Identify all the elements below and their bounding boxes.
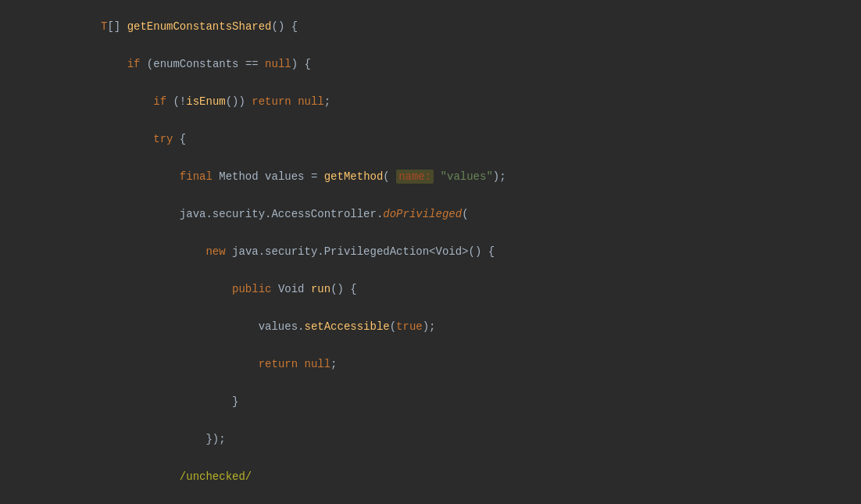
token (74, 358, 258, 370)
token: values (265, 170, 304, 183)
token: ); (493, 170, 506, 183)
token: ); (423, 320, 436, 333)
token (434, 170, 440, 183)
line-content-6: java.security.AccessController.doPrivile… (31, 195, 853, 233)
token: isEnum (186, 95, 225, 108)
line-content-11: } (31, 383, 853, 420)
token (74, 245, 205, 258)
code-editor: T[] getEnumConstantsShared() { if (enumC… (0, 0, 861, 504)
line-content-2: if (enumConstants == null) { (31, 45, 853, 83)
token: ( (140, 58, 153, 70)
token: getEnumConstantsShared (127, 20, 272, 33)
code-line-5: final Method values = getMethod( name: "… (0, 158, 861, 195)
token: [] (107, 20, 127, 33)
token: null (298, 95, 324, 108)
line-content-1: T[] getEnumConstantsShared() { (31, 8, 853, 45)
token (74, 470, 179, 483)
token: Method (213, 170, 265, 183)
token: try (153, 133, 173, 145)
token: name: (398, 170, 431, 183)
token: ( (390, 320, 396, 333)
token: = (305, 170, 324, 183)
line-content-9: values.setAccessible(true); (31, 308, 853, 345)
code-line-9: values.setAccessible(true); (0, 308, 861, 345)
token: ( (383, 170, 396, 183)
code-line-13: /unchecked/ (0, 458, 861, 495)
token: ()) (226, 95, 252, 108)
token (74, 95, 153, 108)
token: null (305, 358, 331, 370)
token: java.security.PrivilegedAction<Void>() { (226, 245, 495, 258)
code-line-3: if (!isEnum()) return null; (0, 83, 861, 120)
token: return (252, 95, 291, 108)
token: if (153, 95, 166, 108)
code-line-1: T[] getEnumConstantsShared() { (0, 8, 861, 45)
token (74, 20, 101, 33)
token: == (238, 58, 265, 70)
line-content-7: new java.security.PrivilegedAction<Void>… (31, 233, 853, 270)
token: { (173, 133, 186, 145)
line-content-4: try { (31, 120, 853, 158)
code-line-6: java.security.AccessController.doPrivile… (0, 195, 861, 233)
line-content-12: }); (31, 420, 853, 458)
token: null (265, 58, 291, 70)
token: }); (74, 433, 225, 445)
code-line-7: new java.security.PrivilegedAction<Void>… (0, 233, 861, 270)
token: getMethod (324, 170, 384, 183)
token: new (205, 245, 225, 258)
token: ( (462, 208, 468, 220)
token: ) { (291, 58, 311, 70)
token: run (311, 283, 330, 295)
token (74, 170, 179, 183)
line-content-13: /unchecked/ (31, 458, 853, 495)
token: () { (330, 283, 357, 295)
token: if (127, 58, 141, 70)
line-content-14: T[] temporaryConstants = (T[])values.inv… (31, 495, 853, 504)
token: enumConstants (153, 58, 238, 70)
code-line-4: try { (0, 120, 861, 158)
line-content-10: return null; (31, 345, 853, 383)
token: return (259, 358, 298, 370)
code-line-8: public Void run() { (0, 270, 861, 308)
token (74, 283, 232, 295)
token: } (74, 395, 238, 408)
token: ; (330, 358, 337, 370)
token: doPrivileged (383, 208, 462, 220)
code-line-11: } (0, 383, 861, 420)
token: java.security.AccessController. (74, 208, 383, 220)
line-content-5: final Method values = getMethod( name: "… (31, 158, 853, 195)
token: public (232, 283, 271, 295)
code-line-12: }); (0, 420, 861, 458)
token (291, 95, 298, 108)
token (74, 133, 153, 145)
token (298, 358, 304, 370)
token: ; (324, 95, 330, 108)
token: "values" (441, 170, 493, 183)
line-content-3: if (!isEnum()) return null; (31, 83, 853, 120)
token: Void (271, 283, 310, 295)
token: values. (74, 320, 304, 333)
code-line-14: T[] temporaryConstants = (T[])values.inv… (0, 495, 861, 504)
code-line-2: if (enumConstants == null) { (0, 45, 861, 83)
token (74, 58, 127, 70)
code-line-10: return null; (0, 345, 861, 383)
token: () { (272, 20, 298, 33)
token: true (396, 320, 423, 333)
token: setAccessible (304, 320, 389, 333)
line-content-8: public Void run() { (31, 270, 853, 308)
token: /unchecked/ (180, 470, 252, 483)
token: final (180, 170, 213, 183)
token: (! (166, 95, 186, 108)
